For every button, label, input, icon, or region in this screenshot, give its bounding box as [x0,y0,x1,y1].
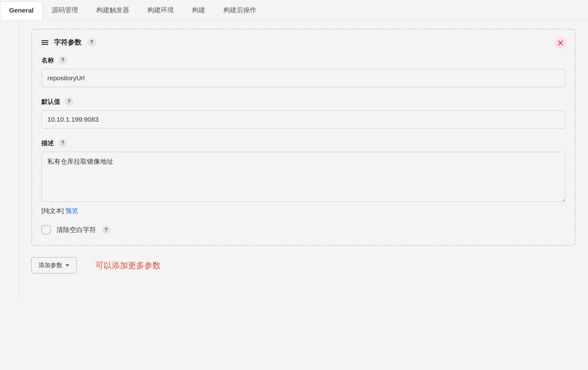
add-parameter-label: 添加参数 [39,261,62,269]
trim-checkbox[interactable] [41,225,51,235]
chevron-down-icon [66,264,69,267]
tab-build-triggers[interactable]: 构建触发器 [87,0,138,19]
string-parameter-card: 字符参数 ? 名称 ? 默认值 ? 描述 ? [31,29,575,246]
tab-build[interactable]: 构建 [183,0,214,19]
help-icon-type[interactable]: ? [87,38,96,47]
tab-build-environment[interactable]: 构建环境 [138,0,183,19]
default-label: 默认值 [41,98,60,106]
name-input[interactable] [41,69,565,87]
tab-source-control[interactable]: 源码管理 [43,0,87,19]
tab-bar: General 源码管理 构建触发器 构建环境 构建 构建后操作 [0,0,588,19]
tab-post-build[interactable]: 构建后操作 [214,0,265,19]
add-parameter-button[interactable]: 添加参数 [31,257,77,273]
left-gutter [0,19,19,302]
description-label: 描述 [41,139,54,147]
help-icon-default[interactable]: ? [65,97,73,106]
description-textarea[interactable]: 私有仓库拉取镜像地址 [41,152,565,202]
close-icon [558,40,563,45]
delete-parameter-button[interactable] [554,36,567,49]
drag-handle-icon[interactable] [41,40,48,45]
help-icon-description[interactable]: ? [58,139,67,147]
field-default: 默认值 ? [41,97,565,129]
help-icon-trim[interactable]: ? [102,225,110,234]
tab-general[interactable]: General [0,1,43,19]
name-label: 名称 [41,56,54,65]
trim-label: 清除空白字符 [56,225,96,234]
field-description: 描述 ? 私有仓库拉取镜像地址 [纯文本] 预览 [41,139,565,215]
preview-link[interactable]: 预览 [66,207,78,214]
parameter-type-title: 字符参数 [54,38,82,47]
field-name: 名称 ? [41,56,565,87]
help-icon-name[interactable]: ? [58,56,67,65]
plaintext-hint: [纯文本] [41,207,64,214]
default-value-input[interactable] [41,110,565,129]
trim-option-row: 清除空白字符 ? [41,225,565,235]
annotation-text: 可以添加更多参数 [95,260,161,271]
